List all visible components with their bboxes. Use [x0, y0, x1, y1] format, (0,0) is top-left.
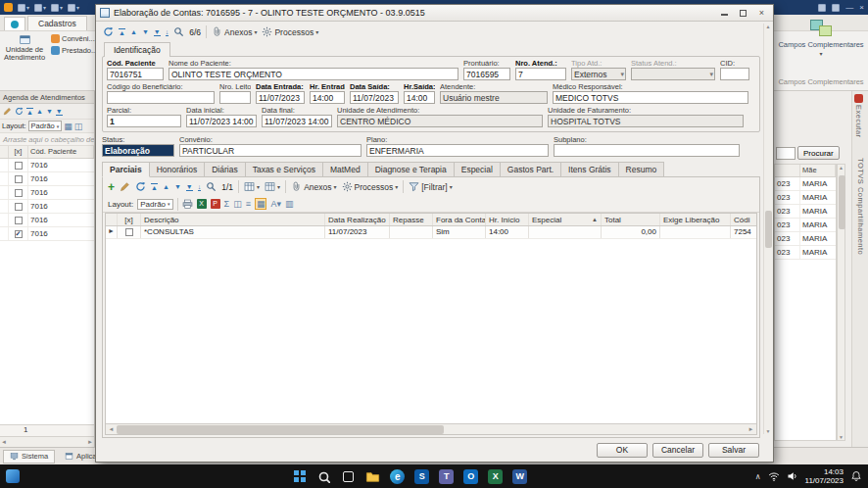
scroll-thumb[interactable]	[765, 211, 772, 248]
tab-cadastros[interactable]: Cadastros	[27, 16, 87, 30]
row-checkbox[interactable]	[15, 175, 23, 183]
next-record-icon[interactable]: ▼	[142, 28, 149, 35]
hr-saida-input[interactable]	[404, 91, 435, 104]
previous-record-icon[interactable]: ▲	[130, 28, 137, 35]
data-final-input[interactable]	[262, 115, 332, 127]
atendente-input[interactable]	[440, 91, 548, 104]
widgets-icon[interactable]	[6, 469, 20, 483]
cancelar-button[interactable]: Cancelar	[652, 443, 703, 458]
table-row[interactable]: 023MARIA	[775, 191, 836, 205]
edit-icon[interactable]	[3, 107, 12, 116]
medico-responsavel-input[interactable]	[553, 91, 748, 104]
salvar-button[interactable]: Salvar	[708, 443, 759, 458]
close-icon[interactable]: ×	[754, 7, 769, 19]
row-checkbox[interactable]	[15, 203, 23, 211]
table-row[interactable]: 023MARIA	[775, 205, 836, 219]
unidade-atendimento-input[interactable]	[337, 115, 543, 127]
patient-code-column-header[interactable]: Cód. Paciente	[28, 146, 94, 158]
notifications-bell-icon[interactable]	[850, 470, 862, 482]
tab-sistema[interactable]: Sistema	[3, 450, 55, 464]
outlook-button[interactable]: O	[463, 468, 479, 484]
download-icon[interactable]: ↓	[166, 28, 169, 36]
tab-diagnose-terapia[interactable]: Diagnose e Terapia	[368, 162, 455, 177]
tab-parciais[interactable]: Parciais	[102, 162, 150, 177]
print-icon[interactable]	[182, 199, 193, 210]
cod-paciente-input[interactable]	[107, 68, 164, 80]
vertical-tab-totvs-compartilhamento[interactable]: TOTVS Compartilhamento	[856, 158, 865, 257]
start-button[interactable]	[292, 468, 308, 484]
edge-button[interactable]: e	[390, 468, 406, 484]
export-button[interactable]: ▾	[265, 181, 280, 192]
search-icon[interactable]	[173, 26, 184, 37]
last-record-icon[interactable]: ▼	[154, 28, 161, 36]
data-inicial-input[interactable]	[186, 115, 257, 127]
scroll-thumb[interactable]	[117, 425, 444, 434]
sum-icon[interactable]: Σ	[224, 199, 230, 209]
totvs-logo-tab[interactable]	[4, 17, 25, 30]
unidade-faturamento-input[interactable]	[548, 115, 744, 127]
table-row[interactable]: 7016	[0, 200, 94, 214]
tray-expand-icon[interactable]: ∧	[755, 472, 761, 481]
ribbon-button-campos-complementares[interactable]: Campos Complementares ▾	[778, 18, 864, 58]
refresh-icon[interactable]	[15, 107, 24, 116]
check-column-header[interactable]: [x]	[118, 214, 141, 225]
data-realizacao-column-header[interactable]: Data Realização	[325, 214, 390, 225]
tab-gastos-part[interactable]: Gastos Part.	[501, 162, 561, 177]
nro-leito-input[interactable]	[219, 91, 251, 104]
total-column-header[interactable]: Total	[602, 214, 660, 225]
scroll-up-icon[interactable]: ▲	[839, 165, 844, 171]
taskbar-search-button[interactable]	[316, 468, 332, 484]
tipo-atd-select[interactable]	[571, 68, 626, 80]
ribbon-button-unidade-atendimento[interactable]: Unidade de Atendimento	[2, 34, 47, 62]
cid-input[interactable]	[720, 68, 749, 80]
chart-icon[interactable]: ▥	[285, 199, 294, 209]
scroll-down-icon[interactable]: ▼	[839, 434, 844, 440]
tab-itens-gratis[interactable]: Itens Grátis	[561, 162, 618, 177]
table-row[interactable]: 023MARIA	[775, 177, 836, 191]
previous-record-icon[interactable]: ▲	[163, 183, 169, 190]
table-row[interactable]: 7016	[0, 186, 94, 200]
filtrar-button[interactable]: [Filtrar]▾	[409, 181, 452, 192]
tab-taxas-servicos[interactable]: Taxas e Serviços	[246, 162, 323, 177]
nome-paciente-input[interactable]	[169, 68, 458, 80]
scroll-left-icon[interactable]: ◄	[1, 439, 7, 445]
status-atend-select[interactable]	[631, 68, 715, 80]
file-explorer-button[interactable]	[365, 468, 381, 484]
titlebar-tool-icon[interactable]	[832, 4, 840, 12]
subplano-input[interactable]	[554, 144, 740, 157]
first-record-icon[interactable]: ▲	[119, 28, 125, 36]
scroll-right-icon[interactable]: ►	[87, 439, 93, 445]
next-record-icon[interactable]: ▼	[174, 183, 181, 190]
data-entrada-input[interactable]	[256, 91, 305, 104]
date-column-header[interactable]	[775, 165, 800, 176]
mae-column-header[interactable]: Mãe	[800, 165, 836, 176]
scroll-right-icon[interactable]: ►	[746, 426, 756, 432]
excel-button[interactable]: X	[488, 468, 504, 484]
row-checkbox[interactable]	[125, 228, 133, 236]
procurar-button[interactable]: Procurar	[797, 146, 840, 160]
descricao-column-header[interactable]: Descrição	[141, 214, 325, 225]
table-row[interactable]: 7016	[0, 214, 94, 227]
row-checkbox[interactable]	[15, 189, 23, 197]
maximize-icon[interactable]	[736, 7, 750, 19]
first-record-icon[interactable]: ▲	[26, 108, 33, 116]
ribbon-button-prestadores[interactable]: Prestado...	[51, 46, 97, 55]
zoom-icon[interactable]	[206, 181, 217, 192]
wifi-icon[interactable]	[768, 470, 780, 482]
codigo-column-header[interactable]: Códi	[731, 214, 756, 225]
close-icon[interactable]: ×	[859, 3, 864, 12]
layout-select[interactable]: Padrão▾	[137, 199, 172, 210]
layout-select[interactable]: Padrão▾	[28, 121, 63, 131]
titlebar-tool-icon[interactable]	[818, 4, 826, 12]
tab-diarias[interactable]: Diárias	[205, 162, 245, 177]
table-row[interactable]: 7016	[0, 227, 94, 241]
ok-button[interactable]: OK	[597, 443, 648, 458]
save-layout-icon[interactable]: ▦	[64, 122, 72, 131]
minimize-icon[interactable]	[717, 7, 732, 19]
edit-icon[interactable]	[120, 181, 130, 192]
task-view-button[interactable]	[341, 468, 357, 484]
data-saida-input[interactable]	[350, 91, 399, 104]
first-record-icon[interactable]: ▲	[151, 183, 158, 191]
last-record-icon[interactable]: ▼	[186, 183, 193, 191]
fora-da-conta-column-header[interactable]: Fora da Conta	[433, 214, 486, 225]
